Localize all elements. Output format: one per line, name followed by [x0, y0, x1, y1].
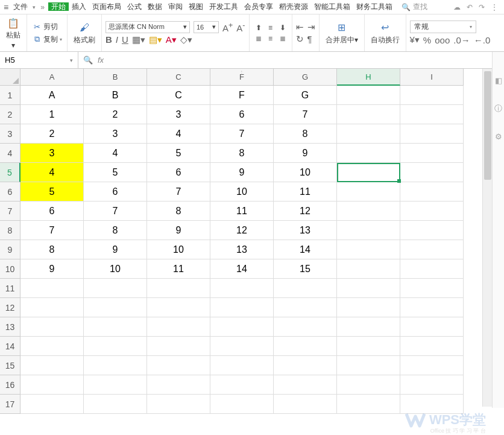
col-header-F[interactable]: F⦙	[210, 69, 274, 86]
cell[interactable]	[400, 259, 464, 279]
cell[interactable]: 7	[210, 124, 274, 144]
cell[interactable]	[84, 395, 147, 414]
cell[interactable]	[84, 337, 147, 356]
cell[interactable]	[337, 298, 400, 317]
tab-公式[interactable]: 公式	[124, 2, 145, 11]
cell[interactable]	[400, 337, 464, 356]
cell[interactable]: 8	[20, 240, 84, 259]
row-header-13[interactable]: 13	[0, 317, 20, 337]
row-header-6[interactable]: 6	[0, 182, 20, 202]
cell[interactable]	[20, 317, 84, 337]
align-center-icon[interactable]: ≡	[265, 34, 276, 43]
cell[interactable]: 10	[84, 259, 147, 279]
number-format-select[interactable]: 常规▾	[410, 21, 476, 33]
clear-fmt-button[interactable]: ◇▾	[180, 34, 192, 45]
fmt-painter-button[interactable]: 🖌 格式刷	[71, 20, 98, 46]
cell[interactable]: 7	[147, 182, 210, 202]
cell[interactable]	[400, 298, 464, 317]
col-header-H[interactable]: H	[337, 69, 400, 86]
cell[interactable]: 8	[210, 144, 274, 163]
cell[interactable]	[84, 317, 147, 337]
cell[interactable]: 5	[147, 144, 210, 163]
row-header-2[interactable]: 2	[0, 105, 20, 124]
cell[interactable]: 1	[20, 105, 84, 124]
cell[interactable]: 13	[274, 221, 337, 240]
fill-color-button[interactable]: ▤▾	[149, 34, 162, 45]
name-box-dropdown-icon[interactable]: ▾	[70, 57, 73, 63]
row-header-5[interactable]: 5	[0, 163, 20, 182]
tab-财务工具箱[interactable]: 财务工具箱	[353, 2, 395, 11]
lookup-icon[interactable]: 🔍	[83, 56, 93, 65]
cell[interactable]	[400, 163, 464, 182]
cell[interactable]: 15	[274, 259, 337, 279]
cell[interactable]: 4	[20, 163, 84, 182]
vertical-scrollbar[interactable]	[482, 69, 492, 407]
select-all-corner[interactable]	[0, 69, 20, 86]
cell[interactable]: 13	[210, 240, 274, 259]
cell[interactable]	[400, 395, 464, 414]
tab-视图[interactable]: 视图	[186, 2, 206, 11]
cell[interactable]	[400, 202, 464, 221]
cell[interactable]: 6	[147, 163, 210, 182]
dec-dec-icon[interactable]: ←.0	[474, 35, 491, 45]
cell[interactable]: 7	[20, 221, 84, 240]
row-header-17[interactable]: 17	[0, 395, 20, 414]
cells-grid[interactable]: ABCFG12367234783458945691056710116781112…	[20, 86, 464, 414]
cell[interactable]: 6	[84, 182, 147, 202]
cell[interactable]: 5	[84, 163, 147, 182]
cell[interactable]	[337, 202, 400, 221]
cell[interactable]	[400, 105, 464, 124]
cell[interactable]	[337, 163, 400, 182]
cell[interactable]: 12	[210, 221, 274, 240]
col-header-A[interactable]: A	[20, 69, 84, 86]
file-dropdown-icon[interactable]: ▾	[31, 4, 37, 10]
cell[interactable]	[20, 337, 84, 356]
cell[interactable]: 9	[147, 221, 210, 240]
cell[interactable]	[400, 375, 464, 395]
dec-inc-icon[interactable]: .0→	[453, 35, 470, 45]
cell[interactable]: 11	[274, 182, 337, 202]
cell[interactable]: 12	[274, 202, 337, 221]
cell[interactable]	[400, 182, 464, 202]
cell[interactable]	[84, 298, 147, 317]
row-header-15[interactable]: 15	[0, 356, 20, 375]
cell[interactable]	[337, 337, 400, 356]
currency-icon[interactable]: ¥▾	[410, 34, 420, 45]
cell[interactable]: 5	[20, 182, 84, 202]
hamburger-icon[interactable]: ≡	[2, 2, 10, 12]
cell[interactable]: 11	[210, 202, 274, 221]
cell[interactable]: 14	[210, 259, 274, 279]
cell[interactable]	[274, 337, 337, 356]
cell[interactable]: 6	[20, 202, 84, 221]
indent-dec-icon[interactable]: ⇤	[296, 22, 304, 33]
cell[interactable]: 9	[210, 163, 274, 182]
col-header-I[interactable]: I	[400, 69, 464, 86]
orient-icon[interactable]: ↻	[296, 34, 304, 45]
cell[interactable]	[20, 356, 84, 375]
cell[interactable]	[274, 356, 337, 375]
cell[interactable]	[20, 395, 84, 414]
cell[interactable]	[337, 86, 400, 105]
row-header-8[interactable]: 8	[0, 221, 20, 240]
undo-icon[interactable]: ↶	[467, 3, 473, 11]
cell[interactable]	[337, 182, 400, 202]
cell[interactable]	[400, 221, 464, 240]
cell[interactable]	[274, 317, 337, 337]
cell[interactable]: 3	[84, 124, 147, 144]
cell[interactable]: A	[20, 86, 84, 105]
tab-智能工具箱[interactable]: 智能工具箱	[311, 2, 353, 11]
italic-button[interactable]: I	[116, 34, 118, 45]
cloud-icon[interactable]: ☁	[453, 3, 461, 11]
cell[interactable]	[337, 317, 400, 337]
percent-icon[interactable]: %	[423, 35, 431, 45]
copy-button[interactable]: ⧉复制▾	[31, 34, 63, 45]
tab-开始[interactable]: 开始	[48, 2, 69, 11]
font-size-select[interactable]: 16▾	[194, 21, 219, 33]
paste-button[interactable]: 📋 粘贴▾	[4, 15, 23, 51]
tab-开发工具[interactable]: 开发工具	[206, 2, 241, 11]
indent-inc-icon[interactable]: ⇥	[307, 22, 315, 33]
cell[interactable]	[147, 356, 210, 375]
cell[interactable]	[400, 356, 464, 375]
cell[interactable]	[20, 375, 84, 395]
font-shrink-icon[interactable]: A-	[236, 21, 245, 33]
